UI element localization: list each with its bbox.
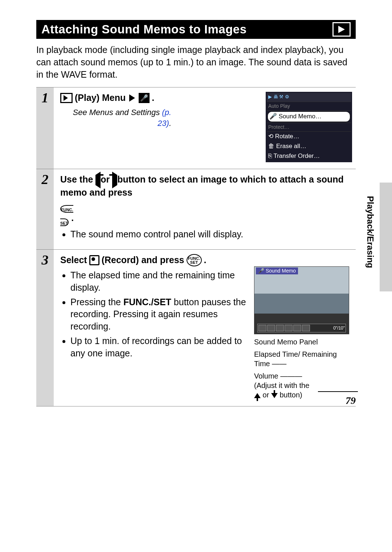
menu-item-protect: Protect… [267, 123, 351, 132]
panel-volume-icon [302, 325, 310, 331]
page-title-bar: Attaching Sound Memos to Images [36, 20, 356, 39]
menu-tabs: ▶ 🖶 ⚒ ⚙ [267, 93, 351, 102]
menu-item-sound-memo: 🎤 Sound Memo… [268, 111, 350, 122]
step-number: 2 [36, 169, 54, 249]
cam-screen-title: 🎤 Sound Memo [256, 267, 298, 274]
elapsed-remaining-time: 0"/10" [333, 325, 345, 331]
camera-menu-screenshot: ▶ 🖶 ⚒ ⚙ Auto Play 🎤 Sound Memo… Protect…… [266, 92, 352, 162]
step-1: 1 (Play) Menu 🎤 . See Menus and Settings… [36, 87, 356, 169]
step-number: 1 [36, 87, 54, 169]
up-arrow-icon [254, 393, 261, 398]
panel-record-icon [267, 325, 275, 331]
panel-play-icon [285, 325, 293, 331]
play-mode-icon [60, 93, 73, 103]
menu-item-rotate: ⟲ Rotate… [267, 132, 351, 142]
intro-paragraph: In playback mode (including single image… [36, 44, 356, 81]
annotation-volume: Volume ——— (Adjust it with the or button… [254, 371, 352, 400]
left-arrow-icon [95, 172, 101, 188]
step-3-heading: Select (Record) and press FUNC. SET . [60, 254, 352, 266]
camera-record-screenshot: 🎤 Sound Memo 0"/10" [254, 266, 349, 334]
panel-stop-icon [276, 325, 284, 331]
step-3-bullet-2: Pressing the FUNC./SET button pauses the… [70, 296, 248, 333]
step-2-heading: Use the or button to select an image to … [60, 173, 352, 226]
step-3-bullet-3: Up to 1 min. of recordings can be added … [70, 335, 248, 360]
panel-back-icon [258, 325, 266, 331]
step-3: 3 Select (Record) and press FUNC. SET . … [36, 250, 356, 406]
see-reference: See Menus and Settings (p. 23). [60, 107, 266, 128]
record-icon [89, 255, 99, 265]
right-arrow-icon [112, 172, 117, 188]
section-side-label: Playback/Erasing [365, 196, 375, 268]
sound-memo-panel: 0"/10" [257, 324, 346, 332]
panel-delete-icon [293, 325, 301, 331]
annotation-panel: Sound Memo Panel [254, 337, 352, 347]
page-title: Attaching Sound Memos to Images [41, 23, 247, 36]
step-3-bullet-1: The elapsed time and the remaining time … [70, 269, 248, 294]
func-set-button-icon: FUNC. SET [187, 254, 202, 266]
annotation-time: Elapsed Time/ Remaining Time —— [254, 349, 352, 368]
menu-item-transfer-order: ⎘ Transfer Order… [267, 151, 351, 161]
down-arrow-icon [271, 393, 278, 398]
step-1-heading: (Play) Menu 🎤 . [60, 92, 266, 104]
step-number: 3 [36, 250, 54, 406]
step-2: 2 Use the or button to select an image t… [36, 169, 356, 250]
side-thumb-tab [380, 183, 392, 291]
menu-item-autoplay: Auto Play [267, 102, 351, 111]
menu-item-erase-all: 🗑 Erase all… [267, 142, 351, 151]
triangle-right-icon [129, 94, 135, 102]
page-number: 79 [346, 395, 356, 406]
step-2-bullet-1: The sound memo control panel will displa… [70, 228, 352, 241]
steps-table: 1 (Play) Menu 🎤 . See Menus and Settings… [36, 87, 356, 406]
playback-mode-icon [332, 22, 351, 37]
sound-memo-icon: 🎤 [139, 93, 150, 103]
